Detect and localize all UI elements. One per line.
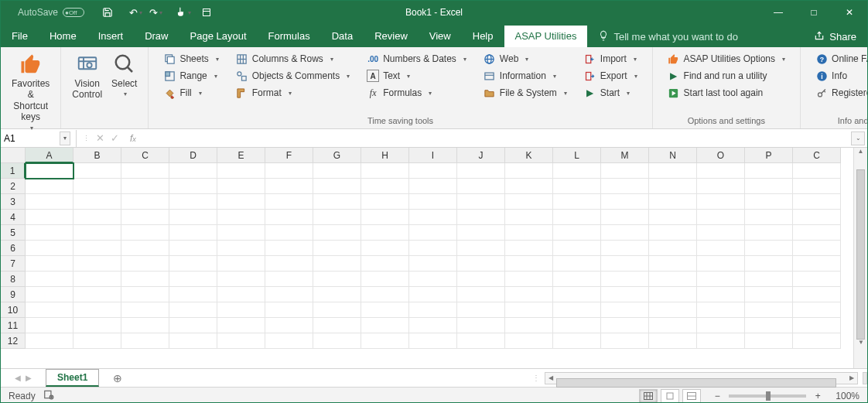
cell-F8[interactable] bbox=[265, 272, 313, 287]
cell-J12[interactable] bbox=[457, 333, 505, 349]
cell-B6[interactable] bbox=[73, 241, 121, 256]
cell-C11[interactable] bbox=[121, 318, 169, 333]
cell-G6[interactable] bbox=[313, 241, 361, 256]
cell-B12[interactable] bbox=[73, 333, 121, 349]
cell-K2[interactable] bbox=[505, 179, 553, 194]
cancel-icon[interactable]: ✕ bbox=[96, 132, 104, 144]
cell-K5[interactable] bbox=[505, 225, 553, 241]
cell-G7[interactable] bbox=[313, 256, 361, 272]
cell-A12[interactable] bbox=[26, 333, 73, 349]
cell-P2[interactable] bbox=[745, 179, 793, 194]
cell-D2[interactable] bbox=[169, 179, 217, 194]
column-header-I[interactable]: I bbox=[409, 148, 457, 163]
redo-icon[interactable]: ↷▾ bbox=[146, 3, 165, 22]
cell-B5[interactable] bbox=[73, 225, 121, 241]
cell-G8[interactable] bbox=[313, 272, 361, 287]
online-faq-button[interactable]: ?Online FAQ bbox=[812, 50, 868, 67]
cell-C6[interactable] bbox=[793, 241, 841, 256]
cell-P1[interactable] bbox=[745, 163, 793, 179]
cell-G11[interactable] bbox=[313, 318, 361, 333]
column-header-C[interactable]: C bbox=[121, 148, 169, 163]
cell-L3[interactable] bbox=[553, 194, 601, 210]
cell-H4[interactable] bbox=[361, 210, 409, 225]
cell-K10[interactable] bbox=[505, 302, 553, 318]
info-button[interactable]: iInfo bbox=[812, 67, 868, 84]
new-sheet-button[interactable]: ⊕ bbox=[108, 372, 127, 384]
cell-C12[interactable] bbox=[121, 333, 169, 349]
cell-N1[interactable] bbox=[649, 163, 697, 179]
view-page-layout-button[interactable] bbox=[661, 389, 679, 403]
cell-C9[interactable] bbox=[793, 287, 841, 302]
tab-review[interactable]: Review bbox=[364, 26, 419, 47]
cell-F4[interactable] bbox=[265, 210, 313, 225]
column-header-N[interactable]: N bbox=[649, 148, 697, 163]
cell-K3[interactable] bbox=[505, 194, 553, 210]
tab-formulas[interactable]: Formulas bbox=[258, 26, 321, 47]
cell-B11[interactable] bbox=[73, 318, 121, 333]
cell-O4[interactable] bbox=[697, 210, 745, 225]
cell-P4[interactable] bbox=[745, 210, 793, 225]
formulas-button[interactable]: fxFormulas bbox=[363, 84, 470, 101]
cell-I12[interactable] bbox=[409, 333, 457, 349]
cell-G1[interactable] bbox=[313, 163, 361, 179]
cell-F3[interactable] bbox=[265, 194, 313, 210]
cell-E7[interactable] bbox=[217, 256, 265, 272]
cell-L6[interactable] bbox=[553, 241, 601, 256]
cell-P9[interactable] bbox=[745, 287, 793, 302]
cell-O1[interactable] bbox=[697, 163, 745, 179]
cell-M8[interactable] bbox=[601, 272, 649, 287]
cell-M11[interactable] bbox=[601, 318, 649, 333]
zoom-control[interactable]: − + 100% bbox=[712, 391, 859, 401]
cell-G3[interactable] bbox=[313, 194, 361, 210]
cell-D8[interactable] bbox=[169, 272, 217, 287]
minimize-button[interactable]: — bbox=[760, 1, 796, 24]
numbers-dates-button[interactable]: .00Numbers & Dates bbox=[363, 50, 470, 67]
cell-O5[interactable] bbox=[697, 225, 745, 241]
cell-I11[interactable] bbox=[409, 318, 457, 333]
cell-E4[interactable] bbox=[217, 210, 265, 225]
cell-B4[interactable] bbox=[73, 210, 121, 225]
column-header-K[interactable]: K bbox=[505, 148, 553, 163]
cell-C12[interactable] bbox=[793, 333, 841, 349]
cell-J3[interactable] bbox=[457, 194, 505, 210]
asap-utilities-options-button[interactable]: ASAP Utilities Options bbox=[664, 50, 790, 67]
autosave-toggle[interactable]: AutoSave ● Off bbox=[1, 7, 94, 18]
column-header-H[interactable]: H bbox=[361, 148, 409, 163]
cell-C1[interactable] bbox=[121, 163, 169, 179]
column-header-E[interactable]: E bbox=[217, 148, 265, 163]
cell-C10[interactable] bbox=[793, 302, 841, 318]
cell-N9[interactable] bbox=[649, 287, 697, 302]
cell-O11[interactable] bbox=[697, 318, 745, 333]
cell-J1[interactable] bbox=[457, 163, 505, 179]
formula-bar-expand[interactable]: ⌄ bbox=[851, 131, 865, 145]
cell-M5[interactable] bbox=[601, 225, 649, 241]
tab-draw[interactable]: Draw bbox=[134, 26, 179, 47]
autosave-switch[interactable]: ● Off bbox=[63, 8, 84, 17]
cell-F5[interactable] bbox=[265, 225, 313, 241]
cell-J10[interactable] bbox=[457, 302, 505, 318]
sheet-nav-arrows[interactable]: ◀▶ bbox=[1, 374, 46, 382]
cell-B10[interactable] bbox=[73, 302, 121, 318]
cell-L11[interactable] bbox=[553, 318, 601, 333]
column-header-O[interactable]: O bbox=[697, 148, 745, 163]
cell-N6[interactable] bbox=[649, 241, 697, 256]
cell-B2[interactable] bbox=[73, 179, 121, 194]
cell-H10[interactable] bbox=[361, 302, 409, 318]
cell-P11[interactable] bbox=[745, 318, 793, 333]
cell-P6[interactable] bbox=[745, 241, 793, 256]
cell-E6[interactable] bbox=[217, 241, 265, 256]
cell-P7[interactable] bbox=[745, 256, 793, 272]
column-header-D[interactable]: D bbox=[169, 148, 217, 163]
cell-F12[interactable] bbox=[265, 333, 313, 349]
select-all-corner[interactable] bbox=[1, 148, 26, 163]
cell-H7[interactable] bbox=[361, 256, 409, 272]
cell-C3[interactable] bbox=[793, 194, 841, 210]
zoom-percent-label[interactable]: 100% bbox=[836, 391, 859, 401]
cell-A1[interactable] bbox=[26, 163, 73, 179]
cell-E5[interactable] bbox=[217, 225, 265, 241]
cell-C6[interactable] bbox=[121, 241, 169, 256]
cell-C1[interactable] bbox=[793, 163, 841, 179]
cell-G9[interactable] bbox=[313, 287, 361, 302]
cell-L8[interactable] bbox=[553, 272, 601, 287]
cell-N5[interactable] bbox=[649, 225, 697, 241]
